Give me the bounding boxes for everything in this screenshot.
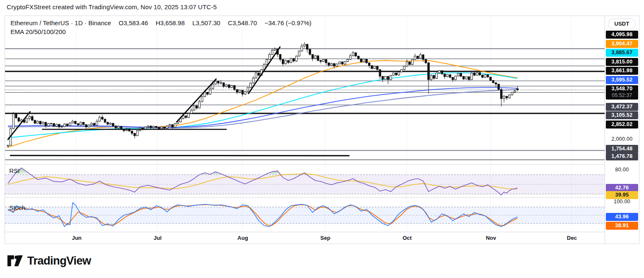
price-axis-label: 3,815.00 — [606, 58, 638, 66]
price-axis-label: 3,548.7005:52:37 — [606, 85, 638, 100]
price-axis-label: 43.96 — [606, 213, 638, 221]
pane-separator[interactable] — [5, 197, 639, 198]
ohlc-high: H3,658.98 — [156, 19, 184, 26]
price-axis-label: 1,754.48 — [606, 145, 638, 153]
price-axis-label: 4,095.98 — [606, 31, 638, 39]
currency-toggle-button[interactable]: USDT — [608, 18, 636, 29]
footer: TradingView — [7, 254, 91, 268]
tradingview-brand-text[interactable]: TradingView — [27, 254, 91, 268]
price-axis-label: 1,476.78 — [606, 152, 638, 160]
tradingview-logo-icon[interactable] — [7, 254, 23, 268]
stoch-pane-label[interactable]: Stoch — [9, 204, 25, 211]
ohlc-change: −34.76 (−0.97%) — [265, 19, 312, 26]
month-label: Sep — [320, 235, 330, 241]
price-axis-label: 3,595.52 — [606, 76, 638, 84]
tradingview-screenshot: CryptoFXStreet created with TradingView.… — [0, 0, 644, 278]
price-axis-label: 3,885.67 — [606, 49, 638, 57]
rsi-pane-label[interactable]: RSI — [9, 167, 20, 174]
month-label: Jun — [72, 235, 81, 241]
symbol-legend: Ethereum / TetherUS · 1D · Binance O3,58… — [10, 19, 312, 26]
price-axis-label: 3,904.47 — [606, 40, 638, 48]
price-axis-label: 3,472.37 — [606, 103, 638, 111]
bar-countdown: 05:52:37 — [606, 92, 638, 99]
ohlc-low: L3,507.30 — [192, 19, 221, 26]
price-axis-label: 38.91 — [606, 222, 638, 230]
price-chart-canvas[interactable] — [5, 16, 605, 244]
month-label: Aug — [237, 235, 248, 241]
pane-separator[interactable] — [5, 164, 639, 165]
symbol-title[interactable]: Ethereum / TetherUS · 1D · Binance — [10, 19, 111, 26]
price-axis-label: 2,000.00 — [606, 135, 638, 143]
ema-legend[interactable]: EMA 20/50/100/200 — [10, 28, 66, 35]
month-label: Jul — [154, 235, 162, 241]
price-axis-label: 3,105.52 — [606, 111, 638, 119]
time-axis-separator — [5, 232, 639, 232]
month-label: Nov — [486, 235, 496, 241]
price-axis-label: 3,661.98 — [606, 67, 638, 75]
month-label: Oct — [402, 235, 412, 241]
price-axis-label: 2,852.02 — [606, 121, 638, 129]
ohlc-close: C3,548.70 — [228, 19, 257, 26]
credit-line: CryptoFXStreet created with TradingView.… — [7, 3, 217, 10]
price-axis-label: 80.00 — [606, 166, 638, 174]
chart-panel: Ethereum / TetherUS · 1D · Binance O3,58… — [5, 16, 639, 244]
price-axis-label: 100.00 — [606, 198, 638, 206]
chart-plot-area[interactable]: Ethereum / TetherUS · 1D · Binance O3,58… — [5, 16, 605, 244]
month-label: Dec — [567, 235, 577, 241]
price-axis[interactable]: USDT 4,095.983,904.473,885.673,815.003,6… — [605, 16, 639, 244]
ohlc-open: O3,583.46 — [119, 19, 148, 26]
